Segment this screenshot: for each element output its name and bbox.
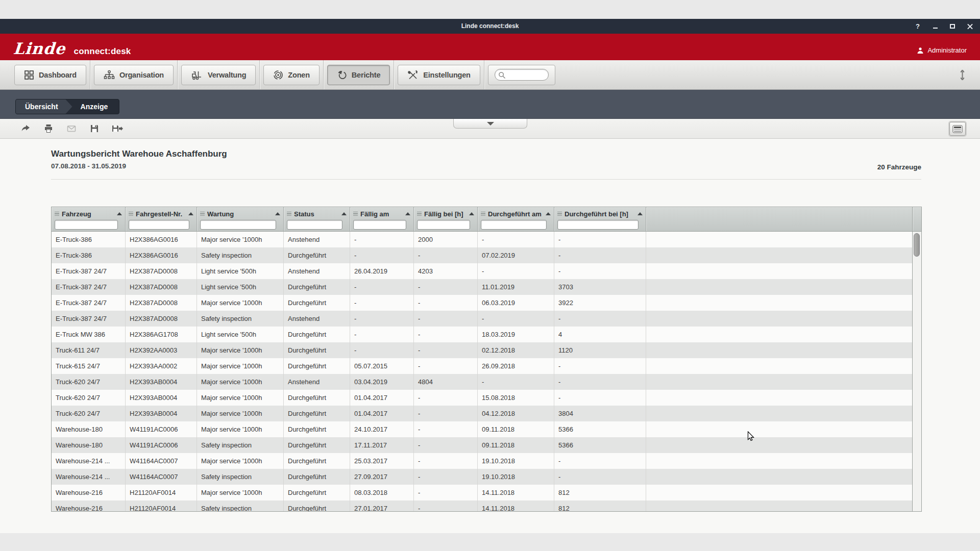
table-cell: H2X387AD0008 xyxy=(126,263,197,279)
sort-ascending-icon[interactable] xyxy=(117,212,122,215)
column-menu-icon[interactable] xyxy=(200,212,205,216)
column-filter-input[interactable] xyxy=(417,220,470,230)
scrollbar-thumb[interactable] xyxy=(914,233,920,257)
email-icon xyxy=(66,123,77,134)
table-row[interactable]: Warehouse-214 ...W41164AC0007Major servi… xyxy=(52,453,921,469)
table-cell: 27.01.2017 xyxy=(350,500,414,511)
tab-label: Organisation xyxy=(119,71,164,79)
column-header[interactable]: Wartung xyxy=(197,207,284,231)
table-row[interactable]: E-Truck-387 24/7H2X387AD0008Light servic… xyxy=(52,279,921,295)
maximize-button[interactable] xyxy=(948,22,957,31)
tab-dashboard[interactable]: Dashboard xyxy=(14,65,86,85)
tab-organisation[interactable]: Organisation xyxy=(94,65,174,85)
collapse-panel-button[interactable] xyxy=(453,119,527,129)
table-cell: 5366 xyxy=(554,421,646,437)
sort-ascending-icon[interactable] xyxy=(546,212,551,215)
sort-ascending-icon[interactable] xyxy=(638,212,643,215)
column-menu-icon[interactable] xyxy=(557,212,562,216)
column-header[interactable]: Fahrzeug xyxy=(52,207,126,231)
breadcrumb-anzeige[interactable]: Anzeige xyxy=(72,99,119,114)
column-header[interactable]: Durchgeführt bei [h] xyxy=(554,207,646,231)
user-menu[interactable]: Administrator xyxy=(917,46,967,54)
table-cell: 11.01.2019 xyxy=(478,279,554,295)
table-row[interactable]: E-Truck-387 24/7H2X387AD0008Major servic… xyxy=(52,295,921,311)
minimize-button[interactable] xyxy=(931,22,939,31)
email-button[interactable] xyxy=(65,122,78,135)
table-row[interactable]: Truck-615 24/7H2X393AA0002Major service … xyxy=(52,358,921,374)
sort-ascending-icon[interactable] xyxy=(188,212,193,215)
table-cell: - xyxy=(414,437,478,453)
column-menu-icon[interactable] xyxy=(417,212,422,216)
table-row[interactable]: E-Truck-387 24/7H2X387AD0008Light servic… xyxy=(52,263,921,279)
table-row[interactable]: Truck-620 24/7H2X393AB0004Major service … xyxy=(52,374,921,390)
nav-separator xyxy=(394,60,394,89)
column-menu-icon[interactable] xyxy=(129,212,133,216)
table-row[interactable]: Truck-620 24/7H2X393AB0004Major service … xyxy=(52,390,921,406)
column-menu-icon[interactable] xyxy=(481,212,485,216)
column-menu-icon[interactable] xyxy=(287,212,291,216)
column-filter-input[interactable] xyxy=(481,220,547,230)
table-cell: Durchgeführt xyxy=(284,390,350,406)
search-box[interactable] xyxy=(495,69,549,81)
table-row[interactable]: Warehouse-180W41191AC0006Major service '… xyxy=(52,421,921,437)
column-filter-input[interactable] xyxy=(287,220,342,230)
table-row[interactable]: E-Truck MW 386H2X386AG1708Light service … xyxy=(52,327,921,342)
table-view-button[interactable] xyxy=(949,122,966,136)
table-row[interactable]: Warehouse-216H21120AF0014Safety inspecti… xyxy=(52,500,921,511)
table-row[interactable]: Warehouse-216H21120AF0014Major service '… xyxy=(52,485,921,500)
column-filter-input[interactable] xyxy=(353,220,406,230)
save-button[interactable] xyxy=(88,122,101,135)
share-button[interactable] xyxy=(19,122,32,135)
column-header[interactable]: Fahrgestell-Nr. xyxy=(126,207,197,231)
column-menu-icon[interactable] xyxy=(55,212,59,216)
column-header[interactable]: Status xyxy=(284,207,350,231)
table-row[interactable]: E-Truck-386H2X386AG0016Major service '10… xyxy=(52,232,921,247)
table-cell: 02.12.2018 xyxy=(478,342,554,358)
sort-ascending-icon[interactable] xyxy=(405,212,410,215)
table-cell: - xyxy=(478,263,554,279)
app-window: Linde connect:desk ? Linde connect:desk … xyxy=(0,19,980,533)
nav-separator xyxy=(259,60,260,89)
minimize-icon xyxy=(933,28,938,29)
close-button[interactable] xyxy=(966,22,974,31)
forklift-status-icon[interactable] xyxy=(937,69,951,81)
table-cell: Anstehend xyxy=(284,263,350,279)
table-row[interactable]: E-Truck-386H2X386AG0016Safety inspection… xyxy=(52,247,921,263)
table-cell: - xyxy=(414,295,478,311)
table-row[interactable]: Warehouse-180W41191AC0006Safety inspecti… xyxy=(52,437,921,453)
table-cell: - xyxy=(478,232,554,247)
table-row[interactable]: Warehouse-214 ...W41164AC0007Safety insp… xyxy=(52,469,921,485)
maximize-icon xyxy=(950,24,955,29)
print-button[interactable] xyxy=(42,122,55,135)
sort-ascending-icon[interactable] xyxy=(469,212,474,215)
column-filter-input[interactable] xyxy=(200,220,276,230)
column-filter-input[interactable] xyxy=(55,220,118,230)
sort-ascending-icon[interactable] xyxy=(275,212,280,215)
table-row[interactable]: Truck-611 24/7H2X392AA0003Major service … xyxy=(52,342,921,358)
column-menu-icon[interactable] xyxy=(353,212,358,216)
dashboard-grid-icon xyxy=(24,70,34,80)
tab-verwaltung[interactable]: Verwaltung xyxy=(181,65,256,85)
table-cell: Durchgeführt xyxy=(284,485,350,500)
column-header-filler xyxy=(646,207,912,231)
tab-zonen[interactable]: Zonen xyxy=(263,65,320,85)
search-input[interactable] xyxy=(506,70,547,80)
expand-vertical-icon[interactable] xyxy=(959,69,966,81)
tab-berichte[interactable]: Berichte xyxy=(327,65,390,85)
column-header[interactable]: Fällig am xyxy=(350,207,414,231)
column-header[interactable]: Fällig bei [h] xyxy=(414,207,478,231)
table-cell: Safety inspection xyxy=(197,437,284,453)
column-header[interactable]: Durchgeführt am xyxy=(478,207,554,231)
sort-ascending-icon[interactable] xyxy=(341,212,347,215)
column-filter-input[interactable] xyxy=(129,220,189,230)
breadcrumb-uebersicht[interactable]: Übersicht xyxy=(16,99,72,114)
table-cell: 18.03.2019 xyxy=(478,327,554,342)
export-button[interactable] xyxy=(111,122,124,135)
tab-einstellungen[interactable]: Einstellungen xyxy=(398,65,480,85)
table-row[interactable]: E-Truck-387 24/7H2X387AD0008Safety inspe… xyxy=(52,311,921,327)
help-button[interactable]: ? xyxy=(914,22,922,31)
table-cell: E-Truck-387 24/7 xyxy=(52,295,126,311)
table-row[interactable]: Truck-620 24/7H2X393AB0004Major service … xyxy=(52,406,921,421)
vertical-scrollbar[interactable] xyxy=(912,232,921,511)
column-filter-input[interactable] xyxy=(557,220,639,230)
